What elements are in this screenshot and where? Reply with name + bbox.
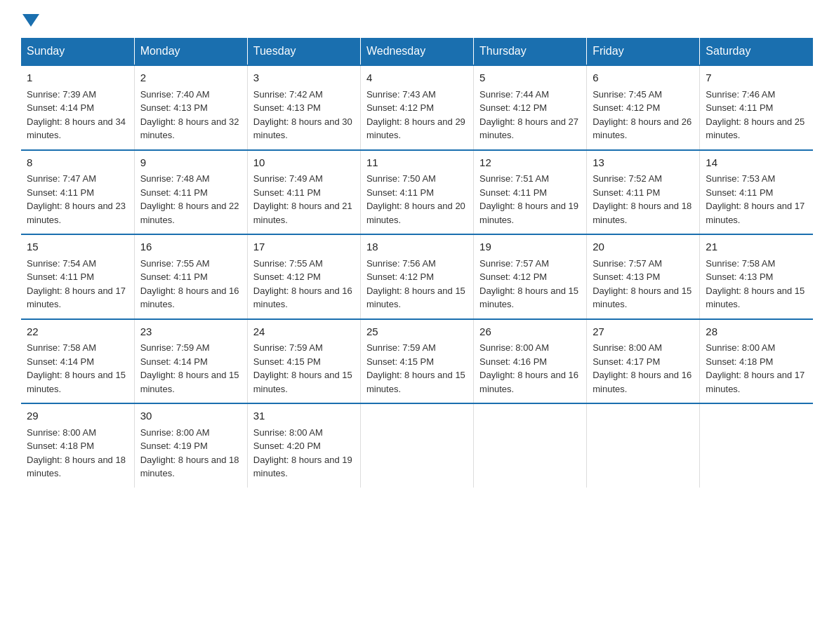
day-info: Sunrise: 7:46 AMSunset: 4:11 PMDaylight:…: [706, 89, 805, 141]
day-number: 1: [27, 70, 128, 86]
day-number: 25: [366, 324, 468, 340]
header-cell-saturday: Saturday: [700, 38, 813, 65]
calendar-header: SundayMondayTuesdayWednesdayThursdayFrid…: [21, 38, 813, 65]
day-info: Sunrise: 7:42 AMSunset: 4:13 PMDaylight:…: [253, 89, 352, 141]
day-info: Sunrise: 8:00 AMSunset: 4:18 PMDaylight:…: [706, 342, 805, 394]
day-info: Sunrise: 7:55 AMSunset: 4:11 PMDaylight:…: [140, 258, 239, 310]
day-number: 9: [140, 155, 241, 171]
day-info: Sunrise: 8:00 AMSunset: 4:17 PMDaylight:…: [593, 342, 691, 394]
day-info: Sunrise: 7:44 AMSunset: 4:12 PMDaylight:…: [479, 89, 578, 141]
day-info: Sunrise: 7:58 AMSunset: 4:13 PMDaylight:…: [706, 258, 805, 310]
calendar-cell: 7 Sunrise: 7:46 AMSunset: 4:11 PMDayligh…: [700, 65, 813, 150]
day-number: 18: [366, 239, 468, 255]
calendar-cell: 21 Sunrise: 7:58 AMSunset: 4:13 PMDaylig…: [700, 234, 813, 319]
day-info: Sunrise: 7:47 AMSunset: 4:11 PMDaylight:…: [27, 173, 126, 225]
calendar-cell: [360, 403, 473, 488]
day-info: Sunrise: 7:49 AMSunset: 4:11 PMDaylight:…: [253, 173, 352, 225]
calendar-cell: 2 Sunrise: 7:40 AMSunset: 4:13 PMDayligh…: [134, 65, 247, 150]
day-number: 24: [253, 324, 355, 340]
calendar-week-4: 22 Sunrise: 7:58 AMSunset: 4:14 PMDaylig…: [21, 319, 813, 404]
calendar-cell: 6 Sunrise: 7:45 AMSunset: 4:12 PMDayligh…: [587, 65, 700, 150]
day-number: 27: [593, 324, 694, 340]
day-number: 16: [140, 239, 241, 255]
day-info: Sunrise: 7:51 AMSunset: 4:11 PMDaylight:…: [479, 173, 578, 225]
day-number: 19: [479, 239, 581, 255]
calendar-cell: 1 Sunrise: 7:39 AMSunset: 4:14 PMDayligh…: [21, 65, 134, 150]
calendar-cell: 15 Sunrise: 7:54 AMSunset: 4:11 PMDaylig…: [21, 234, 134, 319]
day-info: Sunrise: 7:59 AMSunset: 4:15 PMDaylight:…: [253, 342, 352, 394]
day-number: 7: [706, 70, 807, 86]
calendar-cell: 24 Sunrise: 7:59 AMSunset: 4:15 PMDaylig…: [247, 319, 360, 404]
header-cell-thursday: Thursday: [474, 38, 587, 65]
day-info: Sunrise: 7:59 AMSunset: 4:14 PMDaylight:…: [140, 342, 239, 394]
logo-triangle-icon: [22, 14, 39, 27]
day-info: Sunrise: 8:00 AMSunset: 4:16 PMDaylight:…: [479, 342, 578, 394]
day-info: Sunrise: 7:50 AMSunset: 4:11 PMDaylight:…: [366, 173, 465, 225]
calendar-cell: 20 Sunrise: 7:57 AMSunset: 4:13 PMDaylig…: [587, 234, 700, 319]
calendar-cell: 14 Sunrise: 7:53 AMSunset: 4:11 PMDaylig…: [700, 150, 813, 235]
day-info: Sunrise: 7:48 AMSunset: 4:11 PMDaylight:…: [140, 173, 239, 225]
calendar-cell: 17 Sunrise: 7:55 AMSunset: 4:12 PMDaylig…: [247, 234, 360, 319]
day-number: 12: [479, 155, 581, 171]
header-cell-sunday: Sunday: [21, 38, 134, 65]
calendar-cell: 31 Sunrise: 8:00 AMSunset: 4:20 PMDaylig…: [247, 403, 360, 488]
day-number: 11: [366, 155, 468, 171]
header-row: SundayMondayTuesdayWednesdayThursdayFrid…: [21, 38, 813, 65]
calendar-cell: 29 Sunrise: 8:00 AMSunset: 4:18 PMDaylig…: [21, 403, 134, 488]
day-number: 22: [27, 324, 128, 340]
day-number: 8: [27, 155, 128, 171]
day-number: 13: [593, 155, 694, 171]
day-info: Sunrise: 8:00 AMSunset: 4:19 PMDaylight:…: [140, 427, 239, 479]
header-cell-wednesday: Wednesday: [360, 38, 473, 65]
day-info: Sunrise: 7:55 AMSunset: 4:12 PMDaylight:…: [253, 258, 352, 310]
day-number: 30: [140, 408, 241, 424]
calendar-cell: 8 Sunrise: 7:47 AMSunset: 4:11 PMDayligh…: [21, 150, 134, 235]
day-number: 5: [479, 70, 581, 86]
day-info: Sunrise: 7:40 AMSunset: 4:13 PMDaylight:…: [140, 89, 239, 141]
calendar-cell: 27 Sunrise: 8:00 AMSunset: 4:17 PMDaylig…: [587, 319, 700, 404]
calendar-cell: 10 Sunrise: 7:49 AMSunset: 4:11 PMDaylig…: [247, 150, 360, 235]
day-number: 4: [366, 70, 468, 86]
day-number: 17: [253, 239, 355, 255]
calendar-cell: 26 Sunrise: 8:00 AMSunset: 4:16 PMDaylig…: [474, 319, 587, 404]
day-info: Sunrise: 7:54 AMSunset: 4:11 PMDaylight:…: [27, 258, 126, 310]
calendar-week-2: 8 Sunrise: 7:47 AMSunset: 4:11 PMDayligh…: [21, 150, 813, 235]
calendar-cell: [474, 403, 587, 488]
calendar-cell: [700, 403, 813, 488]
calendar-cell: 22 Sunrise: 7:58 AMSunset: 4:14 PMDaylig…: [21, 319, 134, 404]
calendar-cell: 5 Sunrise: 7:44 AMSunset: 4:12 PMDayligh…: [474, 65, 587, 150]
day-number: 26: [479, 324, 581, 340]
logo: [21, 14, 41, 27]
header-cell-tuesday: Tuesday: [247, 38, 360, 65]
day-info: Sunrise: 7:45 AMSunset: 4:12 PMDaylight:…: [593, 89, 691, 141]
day-info: Sunrise: 7:59 AMSunset: 4:15 PMDaylight:…: [366, 342, 465, 394]
calendar-cell: 9 Sunrise: 7:48 AMSunset: 4:11 PMDayligh…: [134, 150, 247, 235]
day-number: 20: [593, 239, 694, 255]
day-number: 28: [706, 324, 807, 340]
calendar-cell: 25 Sunrise: 7:59 AMSunset: 4:15 PMDaylig…: [360, 319, 473, 404]
calendar-cell: 30 Sunrise: 8:00 AMSunset: 4:19 PMDaylig…: [134, 403, 247, 488]
day-number: 14: [706, 155, 807, 171]
calendar-cell: 13 Sunrise: 7:52 AMSunset: 4:11 PMDaylig…: [587, 150, 700, 235]
day-number: 15: [27, 239, 128, 255]
calendar-cell: 19 Sunrise: 7:57 AMSunset: 4:12 PMDaylig…: [474, 234, 587, 319]
header-cell-monday: Monday: [134, 38, 247, 65]
calendar-cell: 16 Sunrise: 7:55 AMSunset: 4:11 PMDaylig…: [134, 234, 247, 319]
calendar-cell: 23 Sunrise: 7:59 AMSunset: 4:14 PMDaylig…: [134, 319, 247, 404]
calendar-week-5: 29 Sunrise: 8:00 AMSunset: 4:18 PMDaylig…: [21, 403, 813, 488]
day-number: 3: [253, 70, 355, 86]
day-number: 10: [253, 155, 355, 171]
calendar-cell: 28 Sunrise: 8:00 AMSunset: 4:18 PMDaylig…: [700, 319, 813, 404]
day-number: 23: [140, 324, 241, 340]
day-info: Sunrise: 7:52 AMSunset: 4:11 PMDaylight:…: [593, 173, 691, 225]
page: SundayMondayTuesdayWednesdayThursdayFrid…: [0, 0, 834, 509]
day-info: Sunrise: 7:58 AMSunset: 4:14 PMDaylight:…: [27, 342, 126, 394]
header-cell-friday: Friday: [587, 38, 700, 65]
day-info: Sunrise: 7:57 AMSunset: 4:12 PMDaylight:…: [479, 258, 578, 310]
calendar-table: SundayMondayTuesdayWednesdayThursdayFrid…: [21, 38, 813, 488]
calendar-cell: 18 Sunrise: 7:56 AMSunset: 4:12 PMDaylig…: [360, 234, 473, 319]
calendar-cell: 12 Sunrise: 7:51 AMSunset: 4:11 PMDaylig…: [474, 150, 587, 235]
header: [21, 14, 813, 27]
day-info: Sunrise: 7:53 AMSunset: 4:11 PMDaylight:…: [706, 173, 805, 225]
calendar-cell: 3 Sunrise: 7:42 AMSunset: 4:13 PMDayligh…: [247, 65, 360, 150]
